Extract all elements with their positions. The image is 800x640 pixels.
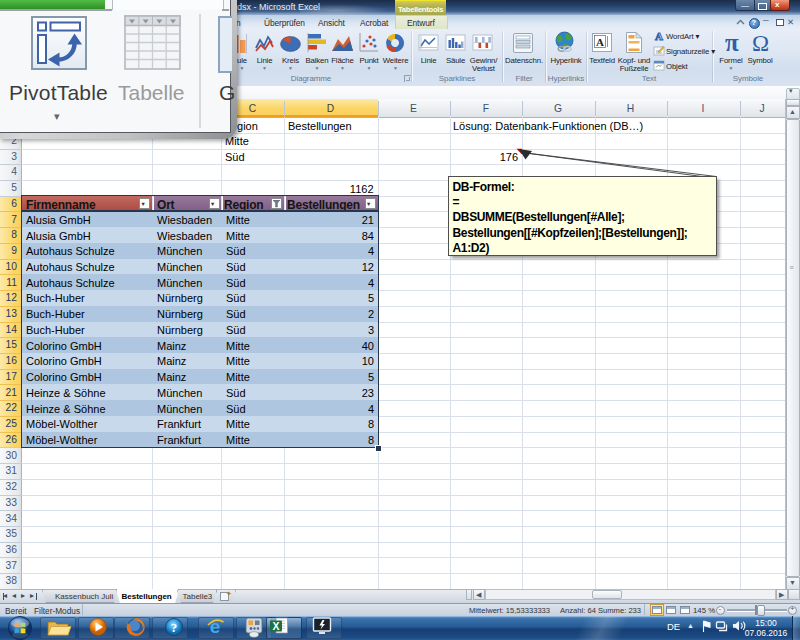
svg-text:?: ? (171, 620, 178, 635)
svg-text:X: X (272, 620, 279, 632)
svg-text:e: e (210, 616, 221, 637)
